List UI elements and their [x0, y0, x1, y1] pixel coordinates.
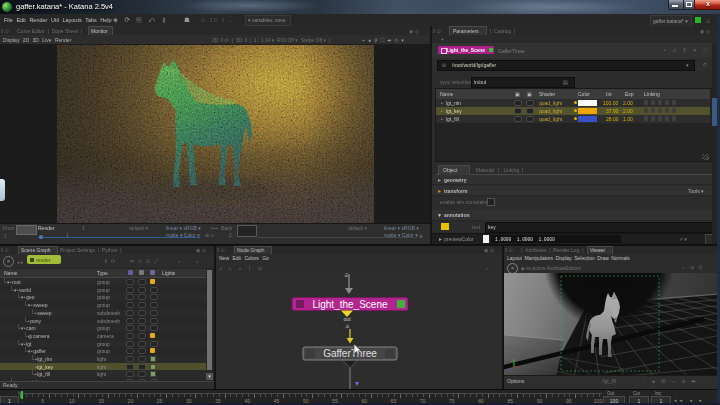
svg-text:Light_the_Scene: Light_the_Scene	[312, 299, 388, 310]
svg-text:in: in	[343, 273, 349, 277]
svg-text:out: out	[343, 316, 351, 322]
svg-text:in: in	[345, 324, 350, 328]
svg-text:GafferThree: GafferThree	[323, 348, 377, 359]
